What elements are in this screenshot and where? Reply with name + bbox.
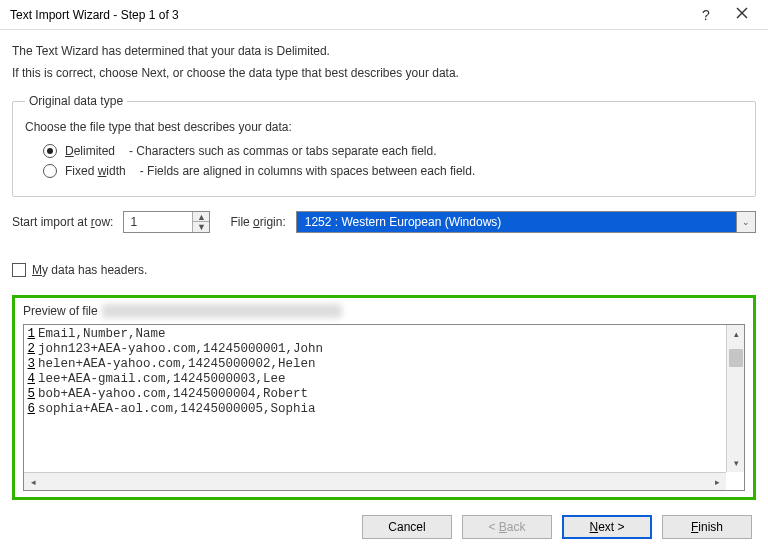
finish-button[interactable]: Finish [662,515,752,539]
radio-row-fixedwidth: Fixed width - Fields are aligned in colu… [43,164,743,178]
dialog-footer: Cancel < Back Next > Finish [0,506,768,548]
text-import-wizard-dialog: Text Import Wizard - Step 1 of 3 ? The T… [0,0,768,548]
preview-label: Preview of file [23,304,98,318]
back-button: < Back [462,515,552,539]
preview-pane: 1Email,Number,Name 2john123+AEA-yahoo.co… [23,324,745,491]
import-row-controls: Start import at row: 1 ▲ ▼ File origin: … [12,211,756,233]
preview-row: 3helen+AEA-yahoo.com,14245000002,Helen [24,357,744,372]
original-data-legend: Original data type [25,94,127,108]
dialog-content: The Text Wizard has determined that your… [0,30,768,506]
window-title: Text Import Wizard - Step 1 of 3 [10,8,688,22]
fixedwidth-radio-label[interactable]: Fixed width [65,164,126,178]
chevron-down-icon: ⌄ [742,217,750,227]
my-data-has-headers-checkbox[interactable] [12,263,26,277]
scroll-left-button[interactable]: ◂ [24,473,42,491]
spinner-buttons: ▲ ▼ [192,212,209,232]
preview-rows: 1Email,Number,Name 2john123+AEA-yahoo.co… [24,325,744,490]
delimited-radio[interactable] [43,144,57,158]
scroll-thumb[interactable] [729,349,743,367]
chevron-down-icon: ▼ [197,223,206,231]
preview-vertical-scrollbar[interactable]: ▴ ▾ [726,325,744,472]
preview-row: 1Email,Number,Name [24,327,744,342]
preview-row: 2john123+AEA-yahoo.com,14245000001,John [24,342,744,357]
start-row-label: Start import at row: [12,215,113,229]
close-button[interactable] [724,7,760,22]
close-icon [736,7,748,19]
intro-text-2: If this is correct, choose Next, or choo… [12,66,756,80]
titlebar: Text Import Wizard - Step 1 of 3 ? [0,0,768,30]
preview-row: 6sophia+AEA-aol.com,14245000005,Sophia [24,402,744,417]
preview-row: 5bob+AEA-yahoo.com,14245000004,Robert [24,387,744,402]
preview-header: Preview of file [23,304,745,318]
preview-box: Preview of file 1Email,Number,Name 2john… [12,295,756,500]
choose-file-type-text: Choose the file type that best describes… [25,120,743,134]
intro-text-1: The Text Wizard has determined that your… [12,44,756,58]
preview-horizontal-scrollbar[interactable]: ◂ ▸ [24,472,726,490]
file-origin-label: File origin: [230,215,285,229]
start-row-spinner[interactable]: 1 ▲ ▼ [123,211,210,233]
spinner-down-button[interactable]: ▼ [193,222,209,232]
scroll-up-button[interactable]: ▴ [727,325,745,343]
next-button[interactable]: Next > [562,515,652,539]
start-row-value[interactable]: 1 [124,212,192,232]
spinner-up-button[interactable]: ▲ [193,212,209,222]
file-origin-value: 1252 : Western European (Windows) [296,211,736,233]
scroll-right-button[interactable]: ▸ [708,473,726,491]
cancel-button[interactable]: Cancel [362,515,452,539]
headers-checkbox-row: My data has headers. [12,263,756,277]
preview-row: 4lee+AEA-gmail.com,14245000003,Lee [24,372,744,387]
chevron-up-icon: ▲ [197,213,206,221]
preview-filename-redacted [102,304,342,318]
scroll-down-button[interactable]: ▾ [727,454,745,472]
fixedwidth-radio[interactable] [43,164,57,178]
file-origin-select[interactable]: 1252 : Western European (Windows) ⌄ [296,211,756,233]
original-data-type-group: Original data type Choose the file type … [12,94,756,197]
file-origin-dropdown-button[interactable]: ⌄ [736,211,756,233]
radio-row-delimited: Delimited - Characters such as commas or… [43,144,743,158]
my-data-has-headers-label[interactable]: My data has headers. [32,263,147,277]
delimited-desc: - Characters such as commas or tabs sepa… [129,144,436,158]
delimited-radio-label[interactable]: Delimited [65,144,115,158]
help-button[interactable]: ? [688,7,724,23]
fixedwidth-desc: - Fields are aligned in columns with spa… [140,164,476,178]
